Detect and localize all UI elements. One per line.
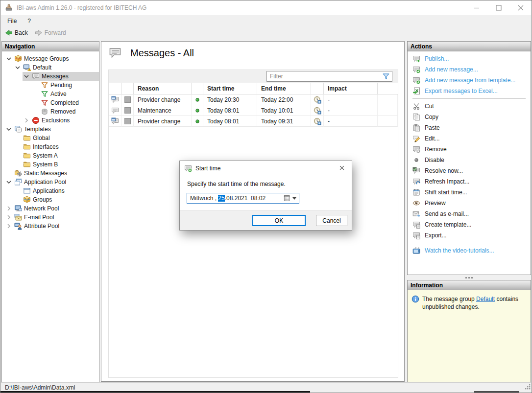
funnel-green-icon bbox=[41, 90, 48, 98]
funnel-red-icon bbox=[41, 99, 48, 107]
impact-cell: - bbox=[324, 94, 378, 105]
action-disable[interactable]: Disable bbox=[408, 155, 531, 165]
forward-button[interactable]: Forward bbox=[32, 28, 69, 38]
column-end-time[interactable]: End time bbox=[257, 83, 311, 94]
action-resolve-now[interactable]: Resolve now... bbox=[408, 165, 531, 176]
reason-cell: Provider change bbox=[134, 94, 192, 105]
tree-item-default[interactable]: Default bbox=[14, 63, 99, 72]
tree-item-messages[interactable]: Messages bbox=[23, 72, 99, 81]
toolbar: Back Forward bbox=[1, 26, 531, 39]
action-refresh-impact[interactable]: Refresh Impact... bbox=[408, 176, 531, 187]
chevron-right-icon[interactable] bbox=[23, 116, 30, 124]
chevron-down-icon[interactable] bbox=[5, 125, 13, 133]
tree-item-message-groups[interactable]: Message Groups bbox=[5, 54, 99, 63]
tree-item-interfaces[interactable]: Interfaces bbox=[14, 142, 99, 151]
action-watch-video-tutorials[interactable]: Watch the video-tutorials... bbox=[408, 245, 531, 256]
menu-file[interactable]: File bbox=[3, 16, 21, 26]
tree-item-system-b[interactable]: System B bbox=[14, 160, 99, 169]
status-bar: D:\IBI-aws\Admin\Data.xml bbox=[1, 382, 531, 392]
action-publish[interactable]: Publish... bbox=[408, 53, 531, 64]
tree-item-attribute-pool[interactable]: Attribute Pool bbox=[5, 222, 99, 231]
tree-item-global[interactable]: Global bbox=[14, 134, 99, 142]
chevron-down-icon[interactable] bbox=[14, 64, 22, 71]
action-export[interactable]: Export... bbox=[408, 230, 531, 241]
tree-item-pending[interactable]: Pending bbox=[31, 81, 99, 90]
table-row[interactable]: Maintenance Today 08:01 Today 10:01 - bbox=[109, 105, 398, 116]
chevron-right-icon[interactable] bbox=[5, 205, 13, 212]
datetime-picker-field[interactable]: Mittwoch , 25.08.2021 08:02 bbox=[187, 193, 299, 204]
color-swatch bbox=[124, 118, 131, 124]
action-edit[interactable]: Edit... bbox=[408, 133, 531, 144]
end-time-cell: Today 22:00 bbox=[257, 94, 311, 105]
tree-item-system-a[interactable]: System A bbox=[14, 151, 99, 160]
folder-icon bbox=[23, 161, 31, 168]
action-add-message-from-template[interactable]: Add new message from template... bbox=[408, 75, 531, 86]
end-time-cell: Today 10:01 bbox=[257, 105, 311, 116]
minus-circle-icon bbox=[32, 116, 40, 124]
default-group-link[interactable]: Default bbox=[476, 296, 495, 302]
filter-funnel-icon[interactable] bbox=[382, 72, 390, 80]
action-export-excel[interactable]: Export messages to Excel... bbox=[408, 86, 531, 96]
action-paste[interactable]: Paste bbox=[408, 122, 531, 133]
impact-clock-icon bbox=[314, 107, 321, 115]
action-copy[interactable]: Copy bbox=[408, 112, 531, 122]
filter-input[interactable] bbox=[267, 73, 382, 80]
forward-arrow-icon bbox=[35, 29, 43, 37]
folder-icon bbox=[23, 134, 31, 142]
copy-icon bbox=[412, 113, 420, 121]
panel-splitter[interactable] bbox=[407, 275, 531, 280]
calendar-dropdown-button[interactable] bbox=[284, 195, 299, 202]
tree-item-exclusions[interactable]: Exclusions bbox=[23, 116, 99, 125]
tree-item-applications[interactable]: Applications bbox=[14, 186, 99, 195]
action-preview[interactable]: Preview bbox=[408, 198, 531, 208]
tree-item-removed[interactable]: Removed bbox=[31, 107, 99, 116]
message-groups-icon bbox=[14, 55, 22, 63]
chevron-right-icon[interactable] bbox=[5, 222, 13, 230]
tree-item-network-pool[interactable]: Network Pool bbox=[5, 204, 99, 213]
column-status[interactable] bbox=[192, 83, 203, 94]
screen-edge-strip bbox=[474, 391, 519, 393]
tree-item-static-messages[interactable]: Static Messages bbox=[5, 169, 99, 178]
start-time-cell: Today 20:30 bbox=[203, 94, 257, 105]
maximize-button[interactable] bbox=[487, 0, 509, 15]
action-cut[interactable]: Cut bbox=[408, 101, 531, 112]
tree-item-groups[interactable]: Groups bbox=[14, 195, 99, 204]
column-icon[interactable] bbox=[109, 83, 122, 94]
color-swatch bbox=[124, 107, 131, 114]
minimize-button[interactable] bbox=[465, 0, 487, 15]
close-button[interactable] bbox=[509, 0, 532, 15]
action-add-new-message[interactable]: Add new message... bbox=[408, 64, 531, 75]
start-time-cell: Today 08:01 bbox=[203, 116, 257, 127]
chevron-down-icon[interactable] bbox=[5, 55, 13, 63]
column-impact[interactable]: Impact bbox=[324, 83, 378, 94]
resize-grip[interactable] bbox=[524, 383, 531, 392]
tree-item-application-pool[interactable]: Application Pool bbox=[5, 178, 99, 186]
back-button[interactable]: Back bbox=[2, 28, 31, 38]
menu-help[interactable]: ? bbox=[23, 16, 35, 26]
column-reason[interactable]: Reason bbox=[134, 83, 192, 94]
cancel-button[interactable]: Cancel bbox=[316, 215, 347, 226]
tree-item-email-pool[interactable]: E-mail Pool bbox=[5, 213, 99, 222]
column-impact-icon[interactable] bbox=[311, 83, 324, 94]
add-message-template-icon bbox=[412, 76, 420, 84]
table-row[interactable]: Provider change Today 08:01 Today 09:31 … bbox=[109, 116, 398, 127]
tree-item-active[interactable]: Active bbox=[31, 90, 99, 98]
tree-item-completed[interactable]: Completed bbox=[31, 98, 99, 107]
paste-icon bbox=[412, 124, 420, 132]
chevron-down-icon[interactable] bbox=[23, 72, 30, 80]
message-bubble-icon bbox=[111, 107, 119, 115]
action-shift-start-time[interactable]: Shift start time... bbox=[408, 187, 531, 198]
column-color[interactable] bbox=[122, 83, 134, 94]
action-remove[interactable]: Remove bbox=[408, 144, 531, 155]
action-send-as-email[interactable]: Send as e-mail... bbox=[408, 208, 531, 219]
chevron-right-icon[interactable] bbox=[5, 213, 13, 221]
tree-item-templates[interactable]: Templates bbox=[5, 125, 99, 134]
dialog-close-button[interactable] bbox=[332, 161, 352, 175]
column-start-time[interactable]: Start time bbox=[203, 83, 257, 94]
action-create-template[interactable]: Create template... bbox=[408, 219, 531, 230]
template-icon bbox=[412, 221, 420, 229]
ok-button[interactable]: OK bbox=[252, 215, 306, 226]
chevron-down-icon[interactable] bbox=[5, 178, 13, 186]
table-row[interactable]: Provider change Today 20:30 Today 22:00 … bbox=[109, 94, 398, 105]
dialog-title-bar[interactable]: Start time bbox=[180, 161, 352, 175]
